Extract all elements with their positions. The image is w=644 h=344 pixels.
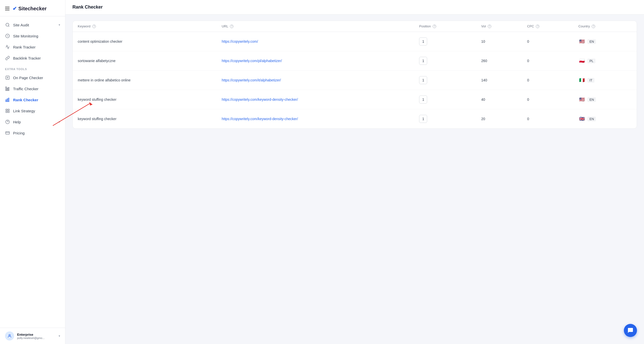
chevron-down-icon: ▾ bbox=[59, 120, 60, 124]
cell-keyword: keyword stuffing checker bbox=[73, 109, 217, 129]
cell-keyword: keyword stuffing checker bbox=[73, 90, 217, 109]
sidebar-item-help[interactable]: Help ▾ bbox=[0, 116, 65, 127]
svg-rect-9 bbox=[6, 109, 7, 110]
logo-checkmark: ✔ bbox=[13, 6, 17, 12]
svg-rect-10 bbox=[8, 109, 9, 110]
sidebar-item-label: Link Strategy bbox=[13, 109, 35, 113]
sidebar-item-rank-checker[interactable]: Rank Checker bbox=[0, 94, 65, 105]
sidebar-item-label: Rank Tracker bbox=[13, 45, 35, 49]
help-icon bbox=[5, 119, 10, 124]
table-row: sortowanie alfabetyczne https://copywrit… bbox=[73, 51, 637, 71]
sidebar-item-site-audit[interactable]: Site Audit ▾ bbox=[0, 19, 65, 30]
col-cpc: CPC ? bbox=[522, 21, 573, 32]
cell-keyword: mettere in ordine alfabetico online bbox=[73, 71, 217, 90]
rank-checker-table: Keyword ? URL ? Position ? Vol bbox=[72, 21, 637, 129]
country-code: EN bbox=[587, 39, 596, 44]
country-flag: 🇺🇸 bbox=[578, 96, 585, 103]
svg-rect-15 bbox=[6, 132, 10, 134]
user-email: polly.newlevel@gmo... bbox=[17, 336, 50, 339]
cell-position: 1 bbox=[414, 71, 476, 90]
cell-cpc: 0 bbox=[522, 51, 573, 71]
sidebar-item-label: On Page Checker bbox=[13, 76, 43, 80]
site-monitoring-icon bbox=[5, 33, 10, 38]
sidebar-nav: Site Audit ▾ Site Monitoring Rank Tracke… bbox=[0, 16, 65, 328]
sidebar-item-backlink-tracker[interactable]: Backlink Tracker bbox=[0, 53, 65, 64]
cell-keyword: sortowanie alfabetyczne bbox=[73, 51, 217, 71]
cell-country: 🇵🇱 PL bbox=[573, 51, 637, 71]
sidebar-item-traffic-checker[interactable]: Traffic Checker bbox=[0, 83, 65, 94]
sidebar-header: ✔ Sitechecker bbox=[0, 0, 65, 16]
cell-cpc: 0 bbox=[522, 71, 573, 90]
url-info-icon[interactable]: ? bbox=[230, 25, 233, 28]
data-table: Keyword ? URL ? Position ? Vol bbox=[73, 21, 637, 128]
cell-position: 1 bbox=[414, 109, 476, 129]
country-code: EN bbox=[587, 117, 596, 121]
user-menu-chevron[interactable]: ▾ bbox=[59, 334, 60, 338]
extra-tools-label: EXTRA TOOLS bbox=[0, 64, 65, 72]
cell-url: https://copywritely.com/keyword-density-… bbox=[217, 90, 414, 109]
col-vol: Vol ? bbox=[476, 21, 522, 32]
link-strategy-icon bbox=[5, 108, 10, 113]
table-row: keyword stuffing checker https://copywri… bbox=[73, 90, 637, 109]
svg-point-0 bbox=[6, 23, 9, 26]
vol-info-icon[interactable]: ? bbox=[488, 25, 491, 28]
country-flag: 🇮🇹 bbox=[578, 77, 585, 84]
chevron-down-icon: ▾ bbox=[59, 23, 60, 27]
cell-url: https://copywritely.com/ bbox=[217, 32, 414, 51]
sidebar-item-label: Site Audit bbox=[13, 23, 29, 27]
svg-rect-3 bbox=[6, 87, 7, 91]
country-flag: 🇵🇱 bbox=[578, 57, 585, 64]
col-position: Position ? bbox=[414, 21, 476, 32]
top-bar: Rank Checker bbox=[65, 0, 644, 15]
cell-url: https://copywritely.com/pl/alphabetizer/ bbox=[217, 51, 414, 71]
cell-vol: 40 bbox=[476, 90, 522, 109]
col-keyword: Keyword ? bbox=[73, 21, 217, 32]
country-flag: 🇺🇸 bbox=[578, 38, 585, 45]
sidebar-item-label: Rank Checker bbox=[13, 98, 38, 102]
user-info: Enterprise polly.newlevel@gmo... bbox=[17, 333, 56, 339]
pricing-icon bbox=[5, 130, 10, 135]
cpc-info-icon[interactable]: ? bbox=[536, 25, 539, 28]
sidebar-item-site-monitoring[interactable]: Site Monitoring bbox=[0, 30, 65, 41]
sidebar-item-label: Pricing bbox=[13, 131, 25, 135]
svg-rect-8 bbox=[8, 98, 9, 102]
svg-rect-4 bbox=[7, 88, 8, 91]
sidebar-item-on-page-checker[interactable]: On Page Checker bbox=[0, 72, 65, 83]
page-title: Rank Checker bbox=[72, 5, 637, 10]
cell-vol: 260 bbox=[476, 51, 522, 71]
table-row: keyword stuffing checker https://copywri… bbox=[73, 109, 637, 129]
sidebar-item-link-strategy[interactable]: Link Strategy bbox=[0, 105, 65, 116]
sidebar-item-pricing[interactable]: Pricing bbox=[0, 127, 65, 138]
rank-checker-icon bbox=[5, 97, 10, 102]
cell-position: 1 bbox=[414, 90, 476, 109]
country-info-icon[interactable]: ? bbox=[592, 25, 595, 28]
cell-country: 🇺🇸 EN bbox=[573, 32, 637, 51]
svg-rect-5 bbox=[8, 87, 9, 91]
country-code: PL bbox=[587, 59, 595, 63]
sidebar-item-label: Traffic Checker bbox=[13, 87, 38, 91]
traffic-checker-icon bbox=[5, 86, 10, 91]
cell-vol: 10 bbox=[476, 32, 522, 51]
table-body: content optimization checker https://cop… bbox=[73, 32, 637, 129]
cell-cpc: 0 bbox=[522, 109, 573, 129]
svg-rect-12 bbox=[8, 111, 9, 113]
cell-cpc: 0 bbox=[522, 90, 573, 109]
keyword-info-icon[interactable]: ? bbox=[92, 25, 96, 28]
cell-vol: 20 bbox=[476, 109, 522, 129]
cell-vol: 140 bbox=[476, 71, 522, 90]
content-area: Keyword ? URL ? Position ? Vol bbox=[65, 15, 644, 344]
menu-icon[interactable] bbox=[5, 7, 10, 10]
backlink-tracker-icon bbox=[5, 56, 10, 61]
cell-position: 1 bbox=[414, 32, 476, 51]
chat-button[interactable] bbox=[624, 324, 637, 337]
cell-country: 🇬🇧 EN bbox=[573, 109, 637, 129]
sidebar-item-rank-tracker[interactable]: Rank Tracker bbox=[0, 41, 65, 53]
table-header: Keyword ? URL ? Position ? Vol bbox=[73, 21, 637, 32]
svg-point-17 bbox=[9, 334, 10, 336]
col-url: URL ? bbox=[217, 21, 414, 32]
position-info-icon[interactable]: ? bbox=[433, 25, 436, 28]
svg-rect-11 bbox=[6, 111, 7, 113]
sidebar-item-label: Site Monitoring bbox=[13, 34, 38, 38]
logo: ✔ Sitechecker bbox=[13, 6, 47, 12]
cell-country: 🇮🇹 IT bbox=[573, 71, 637, 90]
